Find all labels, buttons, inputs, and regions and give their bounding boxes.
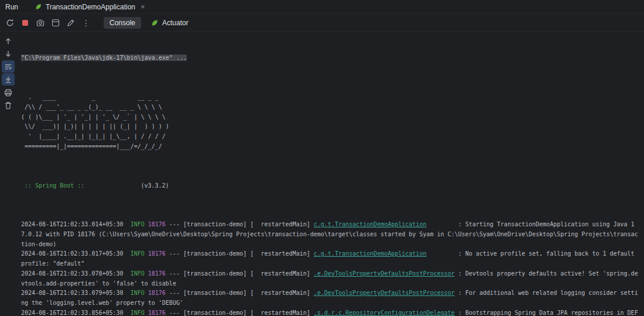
banner-art: . ____ _ __ _ _ /\\ / ___'_ __ _ _(_)_ _… bbox=[21, 93, 639, 151]
log-timestamp: 2024-08-16T21:02:33.017+05:30 bbox=[21, 250, 124, 257]
soft-wrap-button[interactable] bbox=[2, 60, 15, 73]
log-list: 2024-08-16T21:02:33.014+05:30 INFO 18176… bbox=[21, 220, 639, 316]
stop-button[interactable] bbox=[18, 16, 32, 30]
log-context: --- [transaction-demo] [ restartedMain] bbox=[166, 221, 314, 227]
tab-actuator[interactable]: Actuator bbox=[145, 17, 194, 29]
scroll-up-button[interactable] bbox=[2, 35, 15, 47]
log-timestamp: 2024-08-16T21:02:33.079+05:30 bbox=[21, 290, 124, 296]
logger-link[interactable]: c.g.t.TransactionDemoApplication bbox=[314, 250, 427, 257]
scroll-down-button[interactable] bbox=[2, 47, 15, 60]
soft-wrap-icon bbox=[4, 62, 13, 72]
spring-boot-label: :: Spring Boot :: bbox=[21, 182, 84, 189]
log-pid: 18176 bbox=[148, 310, 166, 316]
tab-console-label: Console bbox=[109, 19, 135, 27]
log-level: INFO bbox=[131, 221, 145, 227]
command-line-row: "C:\Program Files\Java\jdk-17\bin\java.e… bbox=[21, 53, 639, 63]
log-pid: 18176 bbox=[148, 250, 166, 257]
console-tab-bar: Console Actuator bbox=[104, 14, 194, 31]
run-config-tab[interactable]: TransactionDemoApplication × bbox=[30, 0, 150, 13]
log-pid: 18176 bbox=[148, 290, 166, 296]
restore-layout-icon bbox=[51, 18, 60, 28]
tool-window-header: Run TransactionDemoApplication × bbox=[0, 0, 644, 14]
log-timestamp: 2024-08-16T21:02:33.078+05:30 bbox=[21, 270, 124, 277]
log-text bbox=[124, 290, 131, 296]
logger-link[interactable]: .e.DevToolsPropertyDefaultsPostProcessor bbox=[314, 270, 455, 277]
spring-leaf-icon bbox=[150, 19, 159, 27]
log-context: --- [transaction-demo] [ restartedMain] bbox=[166, 270, 314, 277]
log-timestamp: 2024-08-16T21:02:33.856+05:30 bbox=[21, 310, 124, 316]
run-tab-title: TransactionDemoApplication bbox=[46, 3, 135, 11]
spring-boot-line: :: Spring Boot ::(v3.3.2) bbox=[21, 181, 639, 191]
log-context: --- [transaction-demo] [ restartedMain] bbox=[166, 290, 314, 296]
console-panel: "C:\Program Files\Java\jdk-17\bin\java.e… bbox=[0, 32, 644, 316]
scroll-to-end-button[interactable] bbox=[2, 73, 15, 86]
log-text bbox=[124, 221, 131, 227]
log-level: INFO bbox=[131, 250, 145, 257]
rerun-button[interactable] bbox=[3, 16, 17, 30]
console-output: "C:\Program Files\Java\jdk-17\bin\java.e… bbox=[16, 32, 644, 316]
logger-link[interactable]: c.g.t.TransactionDemoApplication bbox=[314, 221, 427, 227]
scroll-down-icon bbox=[4, 49, 13, 59]
panel-title: Run bbox=[5, 3, 18, 11]
spring-boot-version: (v3.3.2) bbox=[141, 182, 169, 189]
log-context: --- [transaction-demo] [ restartedMain] bbox=[166, 250, 314, 257]
log-text bbox=[124, 250, 131, 257]
rerun-icon bbox=[5, 18, 15, 28]
restore-layout-button[interactable] bbox=[49, 16, 63, 30]
tab-actuator-label: Actuator bbox=[162, 19, 189, 27]
stop-icon bbox=[20, 18, 30, 28]
log-text bbox=[124, 310, 131, 316]
run-tool-window: Run TransactionDemoApplication × ⋮ bbox=[0, 0, 644, 316]
run-toolbar: ⋮ Console Actuator bbox=[0, 14, 644, 32]
clear-all-icon bbox=[4, 101, 13, 110]
log-row: 2024-08-16T21:02:33.856+05:30 INFO 18176… bbox=[21, 308, 639, 316]
logger-link[interactable]: .s.d.r.c.RepositoryConfigurationDelegate bbox=[314, 310, 455, 316]
logger-link[interactable]: .e.DevToolsPropertyDefaultsPostProcessor bbox=[314, 290, 455, 296]
tab-console[interactable]: Console bbox=[104, 17, 141, 29]
command-line: "C:\Program Files\Java\jdk-17\bin\java.e… bbox=[21, 55, 187, 61]
print-icon bbox=[4, 88, 13, 97]
edit-icon bbox=[66, 18, 76, 28]
log-pid: 18176 bbox=[148, 270, 166, 277]
log-level: INFO bbox=[131, 290, 145, 296]
log-level: INFO bbox=[131, 270, 145, 277]
log-context: --- [transaction-demo] [ restartedMain] bbox=[166, 310, 314, 316]
log-row: 2024-08-16T21:02:33.017+05:30 INFO 18176… bbox=[21, 249, 639, 269]
log-row: 2024-08-16T21:02:33.079+05:30 INFO 18176… bbox=[21, 288, 639, 308]
log-row: 2024-08-16T21:02:33.078+05:30 INFO 18176… bbox=[21, 269, 639, 288]
console-gutter bbox=[0, 32, 16, 316]
spring-boot-run-icon bbox=[35, 3, 42, 11]
edit-configuration-button[interactable] bbox=[64, 16, 78, 30]
thread-dump-icon bbox=[36, 18, 45, 28]
more-options-button[interactable]: ⋮ bbox=[79, 16, 93, 30]
scroll-up-icon bbox=[4, 36, 13, 46]
print-button[interactable] bbox=[2, 86, 15, 98]
log-text bbox=[124, 270, 131, 277]
close-tab-icon[interactable]: × bbox=[141, 3, 145, 11]
clear-all-button[interactable] bbox=[2, 99, 15, 111]
log-row: 2024-08-16T21:02:33.014+05:30 INFO 18176… bbox=[21, 220, 639, 249]
more-icon: ⋮ bbox=[82, 19, 90, 27]
log-pid: 18176 bbox=[148, 221, 166, 227]
log-timestamp: 2024-08-16T21:02:33.014+05:30 bbox=[21, 221, 124, 227]
log-level: INFO bbox=[131, 310, 145, 316]
thread-dump-button[interactable] bbox=[33, 16, 47, 30]
scroll-to-end-icon bbox=[4, 75, 13, 84]
